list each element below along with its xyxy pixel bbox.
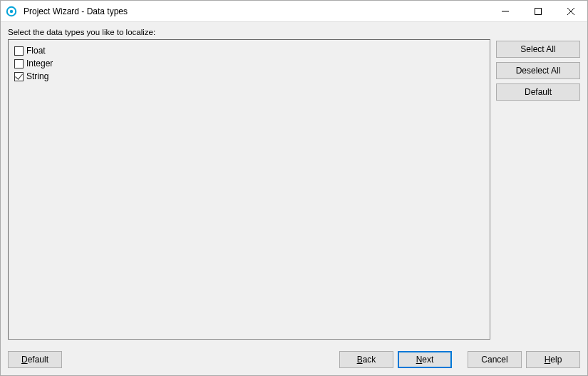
btn-rest: ext <box>422 355 433 365</box>
checkbox-float[interactable] <box>14 46 24 56</box>
btn-rest: elp <box>550 355 562 365</box>
data-type-label: Float <box>26 46 46 56</box>
maximize-button[interactable] <box>522 1 555 21</box>
content-area: Select the data types you like to locali… <box>1 22 587 344</box>
default-button-side[interactable]: Default <box>496 83 580 101</box>
data-type-row-integer[interactable]: Integer <box>14 57 484 70</box>
window-title: Project Wizard - Data types <box>22 6 489 16</box>
data-type-list: Float Integer String <box>8 39 490 340</box>
checkbox-integer[interactable] <box>14 59 24 68</box>
svg-rect-3 <box>535 8 542 14</box>
btn-rest: efault <box>28 355 48 365</box>
data-type-row-float[interactable]: Float <box>14 44 484 57</box>
bottom-bar: Default Back Next Cancel Help <box>1 344 587 375</box>
title-bar: Project Wizard - Data types <box>1 1 587 22</box>
checkbox-string[interactable] <box>14 72 24 81</box>
data-type-label: Integer <box>26 59 53 68</box>
app-icon <box>1 6 22 17</box>
instruction-text: Select the data types you like to locali… <box>8 28 580 36</box>
default-button-bottom[interactable]: Default <box>8 351 62 368</box>
svg-point-1 <box>10 9 13 12</box>
window-controls <box>489 1 587 21</box>
side-button-group: Select All Deselect All Default <box>496 39 580 340</box>
data-type-label: String <box>26 71 48 81</box>
data-type-row-string[interactable]: String <box>14 70 484 83</box>
cancel-button[interactable]: Cancel <box>468 351 522 368</box>
select-all-button[interactable]: Select All <box>496 41 580 58</box>
help-button[interactable]: Help <box>526 351 580 368</box>
close-button[interactable] <box>555 1 587 21</box>
minimize-button[interactable] <box>489 1 522 21</box>
btn-rest: ack <box>363 355 376 365</box>
deselect-all-button[interactable]: Deselect All <box>496 62 580 79</box>
main-row: Float Integer String Select All Deselect… <box>8 39 580 340</box>
next-button[interactable]: Next <box>398 351 452 368</box>
back-button[interactable]: Back <box>339 351 393 368</box>
